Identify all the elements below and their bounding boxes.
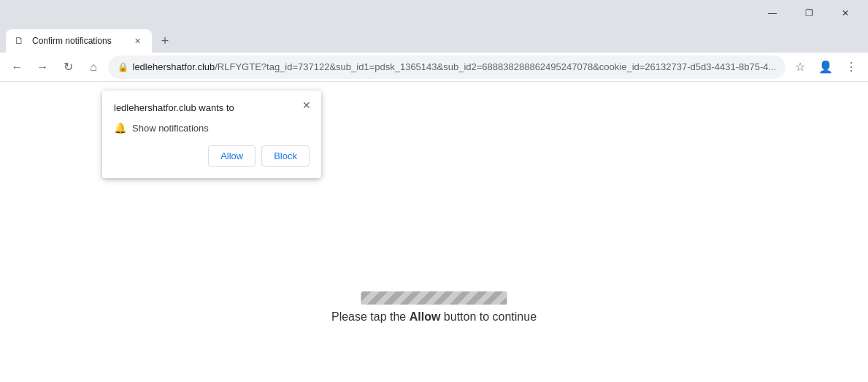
tab-title: Confirm notifications (32, 36, 126, 46)
minimize-button[interactable]: — (756, 0, 789, 26)
home-button[interactable]: ⌂ (82, 56, 105, 79)
address-domain: ledlehershatfor.club (133, 61, 215, 72)
bell-icon: 🔔 (114, 122, 126, 134)
forward-button[interactable]: → (31, 56, 54, 79)
progress-bar-container (361, 291, 507, 305)
progress-bar (361, 291, 507, 305)
tab-page-icon: 🗋 (15, 35, 26, 47)
account-button[interactable]: 👤 (814, 56, 837, 79)
close-button[interactable]: ✕ (829, 0, 862, 26)
notification-popup: ledlehershatfor.club wants to ✕ 🔔 Show n… (102, 91, 321, 178)
new-tab-button[interactable]: + (155, 31, 175, 51)
address-bar[interactable]: 🔒 ledlehershatfor.club/RLFYGTE?tag_id=73… (108, 56, 786, 79)
address-text: ledlehershatfor.club/RLFYGTE?tag_id=7371… (133, 61, 777, 72)
nav-bar: ← → ↻ ⌂ 🔒 ledlehershatfor.club/RLFYGTE?t… (0, 53, 868, 82)
address-path: /RLFYGTE?tag_id=737122&sub_id1=pdsk_1365… (215, 61, 776, 72)
popup-permission-row: 🔔 Show notifications (114, 122, 310, 134)
reload-button[interactable]: ↻ (57, 56, 80, 79)
popup-site-text: ledlehershatfor.club wants to (114, 102, 310, 113)
tab-bar: 🗋 Confirm notifications ✕ + (0, 26, 868, 53)
block-button[interactable]: Block (261, 145, 310, 167)
popup-close-button[interactable]: ✕ (298, 96, 315, 114)
menu-button[interactable]: ⋮ (840, 56, 862, 79)
allow-button[interactable]: Allow (208, 145, 256, 167)
continue-text-suffix: button to continue (440, 310, 537, 323)
popup-buttons: Allow Block (114, 145, 310, 167)
page-content: ledlehershatfor.club wants to ✕ 🔔 Show n… (0, 82, 868, 382)
lock-icon: 🔒 (118, 62, 128, 72)
back-button[interactable]: ← (6, 56, 28, 79)
window-controls: — ❐ ✕ (756, 0, 862, 26)
popup-permission-text: Show notifications (132, 123, 209, 134)
tab-close-button[interactable]: ✕ (131, 35, 143, 47)
active-tab[interactable]: 🗋 Confirm notifications ✕ (6, 29, 152, 53)
continue-text-bold: Allow (410, 310, 441, 323)
title-bar: — ❐ ✕ (0, 0, 868, 26)
bookmark-button[interactable]: ☆ (788, 56, 811, 79)
continue-text-prefix: Please tap the (331, 310, 410, 323)
continue-text: Please tap the Allow button to continue (331, 310, 537, 324)
page-center-content: Please tap the Allow button to continue (331, 291, 537, 324)
maximize-button[interactable]: ❐ (792, 0, 826, 26)
